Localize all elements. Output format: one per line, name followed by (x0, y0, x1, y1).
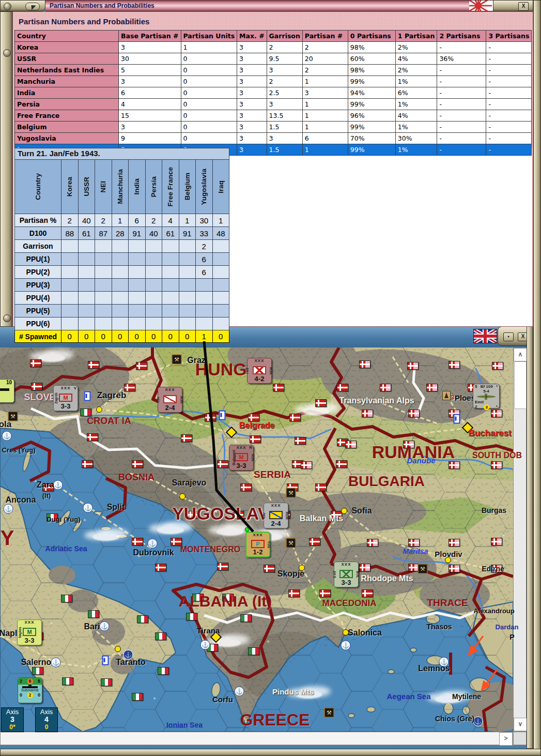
prob-col-2-partisans[interactable]: 2 Partisans (437, 31, 486, 42)
value-cell: - (486, 122, 532, 133)
value-cell: 2 (267, 42, 302, 53)
spawned-cell: 0 (78, 330, 95, 343)
value-cell: 99% (348, 122, 395, 133)
naples-corps-3-3[interactable]: XXXM3-3Naples (17, 619, 42, 645)
value-cell: 20 (302, 53, 348, 65)
bulgarian-infantry-3-3[interactable]: XXX3-3II InfBUL (334, 562, 359, 587)
zagreb-corps-3-3[interactable]: XXXVM3-3Zagreb (53, 385, 78, 411)
prob-row-free-france[interactable]: Free France150313.5196%4%-- (15, 110, 532, 122)
screw-icon (4, 3, 11, 10)
axis-counter-4[interactable]: Axis40 (35, 707, 58, 732)
value-cell: 1 (181, 42, 237, 53)
map-vertical-scrollbar[interactable]: ∧ ∨ (513, 347, 527, 732)
turn-cell (145, 266, 162, 279)
restore-button[interactable]: ▪ (503, 332, 514, 341)
turn-cell: 1 (179, 214, 196, 227)
scroll-right-icon[interactable]: > (499, 732, 513, 746)
turn-cell (112, 279, 129, 292)
turn-cell: 2 (61, 214, 79, 227)
prob-col-partisan-units[interactable]: Partisan Units (181, 31, 237, 42)
prob-row-persia[interactable]: Persia4033199%1%-- (15, 99, 532, 110)
value-cell: 2% (395, 42, 437, 53)
prob-col-0-partisans[interactable]: 0 Partisans (348, 31, 395, 42)
turn-col-india: India (129, 160, 146, 214)
prob-row-yugoslavia[interactable]: Yugoslavia9033670%30%-- (15, 133, 532, 144)
prob-col-3-partisans[interactable]: 3 Partisans (486, 31, 532, 42)
value-cell: 1.5 (267, 144, 302, 156)
prob-row-korea[interactable]: Korea3132298%2%-- (15, 42, 532, 53)
value-cell: - (486, 53, 532, 65)
prob-row-manchuria[interactable]: Manchuria3032199%1%-- (15, 76, 532, 87)
value-cell: 4% (395, 53, 437, 65)
close-icon[interactable]: X (518, 2, 529, 11)
turn-cell (212, 266, 229, 279)
submarine-unit[interactable]: 268Submarine020 (18, 677, 42, 703)
turn-cell: 40 (145, 227, 162, 240)
main-window-frame-right (533, 0, 541, 756)
prob-col-garrison[interactable]: Garrison (267, 31, 302, 42)
spawned-cell: 0 (61, 330, 79, 343)
turn-cell: 91 (129, 227, 146, 240)
yugoslav-partisan-1-2[interactable]: XXXP1-2YUG (245, 532, 270, 557)
hungarian-cavalry-2-4[interactable]: XXX2-4CavHUN (158, 387, 182, 413)
turn-cell (145, 240, 162, 253)
budapest-corps-3-3[interactable]: XXXRM3-3BudapestHUN (229, 445, 254, 471)
value-cell: - (486, 76, 532, 87)
value-cell: - (437, 144, 486, 156)
turn-row-ppu-6: PPU(6) (15, 317, 229, 330)
scroll-up-icon[interactable]: ∧ (514, 348, 527, 361)
prob-col-partisan[interactable]: Partisan # (302, 31, 348, 42)
turn-cell: 1 (212, 214, 229, 227)
row-label: PPU(2) (15, 266, 61, 279)
row-label: PPU(6) (15, 317, 61, 330)
value-cell: 99% (348, 144, 395, 156)
value-cell: - (486, 110, 532, 122)
value-cell: - (437, 110, 486, 122)
turn-cell (112, 240, 129, 253)
value-cell: 0 (181, 133, 237, 144)
turn-title: Turn 21. Jan/Feb 1943. (14, 148, 229, 159)
bf109-air-unit[interactable]: 5Bf 109*5-4Emil23* (473, 384, 500, 409)
value-cell: 6% (395, 87, 437, 99)
artillery-unit-partial[interactable]: 100 (0, 379, 14, 403)
romanian-cavalry-2-4[interactable]: XXX2-4CavROM (264, 503, 288, 528)
turn-row-ppu-2: PPU(2)6 (15, 266, 229, 279)
country-cell: India (15, 87, 119, 99)
prob-col-max[interactable]: Max. # (237, 31, 267, 42)
prob-col-country[interactable]: Country (15, 31, 119, 42)
prob-row-india[interactable]: India6032.5394%6%-- (15, 87, 532, 99)
turn-cell (112, 317, 129, 330)
value-cell: 2.5 (267, 87, 302, 99)
prob-row-ussr[interactable]: USSR30039.52060%4%36%- (15, 53, 532, 65)
turn-cell (61, 279, 79, 292)
value-cell: - (437, 65, 486, 76)
value-cell: 30 (119, 53, 181, 65)
prob-col-base-partisan[interactable]: Base Partisan # (119, 31, 181, 42)
turn-cell (179, 305, 196, 317)
scrollbar-thumb[interactable] (514, 361, 527, 409)
turn-cell (129, 292, 146, 305)
value-cell: 4% (395, 110, 437, 122)
prob-row-netherlands-east-indies[interactable]: Netherlands East Indies5033298%2%-- (15, 65, 532, 76)
spawned-cell: 1 (196, 330, 213, 343)
spawned-cell: 0 (112, 330, 129, 343)
prob-row-belgium[interactable]: Belgium3031.5199%1%-- (15, 122, 532, 133)
turn-cell (212, 240, 229, 253)
country-cell: Yugoslavia (15, 133, 119, 144)
value-cell: 96% (348, 110, 395, 122)
turn-cell (61, 305, 79, 317)
value-cell: 3 (237, 53, 267, 65)
spawned-cell: 0 (129, 330, 146, 343)
prob-col-1-partisan[interactable]: 1 Partisan (395, 31, 437, 42)
scroll-down-icon[interactable]: ∨ (514, 718, 527, 731)
hungarian-infantry-4-2[interactable]: XXX4-2I InfHUN (247, 358, 272, 384)
collapse-button[interactable] (25, 3, 40, 10)
dialog-titlebar[interactable]: Partisan Numbers and Probabilities X (0, 0, 533, 11)
turn-cell (162, 279, 179, 292)
map-horizontal-scrollbar[interactable]: > (0, 732, 513, 745)
axis-counter-3[interactable]: Axis30* (1, 707, 24, 732)
turn-cell (179, 253, 196, 266)
turn-cell: 61 (162, 227, 179, 240)
turn-cell (162, 240, 179, 253)
turn-cell (212, 292, 229, 305)
